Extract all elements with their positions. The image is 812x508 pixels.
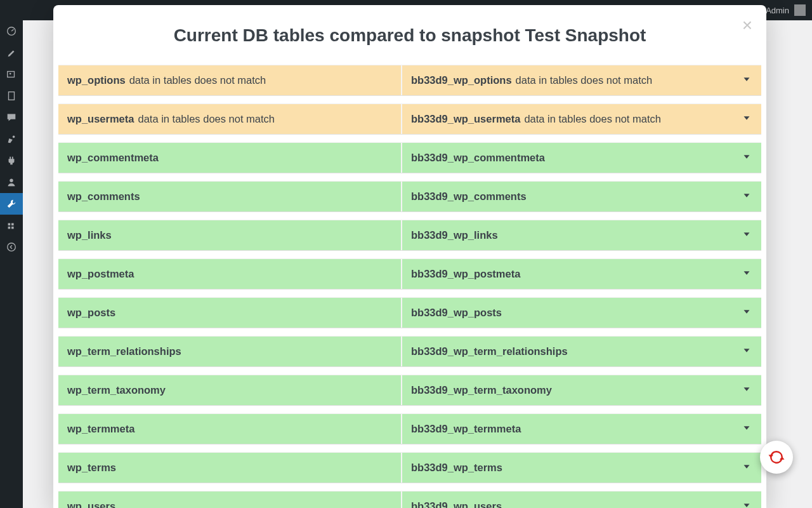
chevron-down-icon[interactable] — [741, 422, 752, 436]
sidebar-item-collapse[interactable] — [0, 236, 23, 258]
chevron-down-icon[interactable] — [741, 345, 752, 359]
compare-cell-snapshot: bb33d9_wp_options data in tables does no… — [402, 65, 761, 95]
svg-point-5 — [13, 136, 15, 138]
compare-cell-current: wp_term_taxonomy — [58, 375, 402, 405]
close-icon[interactable]: × — [742, 17, 752, 34]
compare-cell-current: wp_commentmeta — [58, 143, 402, 173]
sidebar-item-media[interactable] — [0, 64, 23, 85]
avatar[interactable] — [794, 4, 806, 16]
compare-cell-current: wp_terms — [58, 453, 402, 483]
compare-cell-snapshot: bb33d9_wp_usermeta data in tables does n… — [402, 104, 761, 134]
chevron-down-icon[interactable] — [741, 112, 752, 126]
sidebar-item-posts[interactable] — [0, 42, 23, 64]
compare-cell-snapshot: bb33d9_wp_users — [402, 491, 761, 508]
compare-cell-snapshot: bb33d9_wp_term_taxonomy — [402, 375, 761, 405]
compare-row[interactable]: wp_linksbb33d9_wp_links — [58, 220, 761, 251]
compare-cell-snapshot: bb33d9_wp_links — [402, 220, 761, 250]
compare-row[interactable]: wp_term_taxonomybb33d9_wp_term_taxonomy — [58, 375, 761, 406]
svg-point-6 — [10, 179, 13, 182]
chevron-down-icon[interactable] — [741, 74, 752, 88]
svg-point-11 — [8, 243, 16, 251]
compare-cell-current: wp_postmeta — [58, 259, 402, 289]
sidebar-item-comments[interactable] — [0, 107, 23, 128]
compare-row[interactable]: wp_usersbb33d9_wp_users — [58, 491, 761, 508]
chevron-down-icon[interactable] — [741, 267, 752, 281]
sidebar-item-tools[interactable] — [0, 193, 23, 215]
svg-rect-4 — [9, 92, 15, 100]
sidebar-item-users[interactable] — [0, 171, 23, 193]
sidebar-item-plugins[interactable] — [0, 150, 23, 171]
svg-rect-7 — [8, 223, 11, 225]
chevron-down-icon[interactable] — [741, 384, 752, 398]
compare-row[interactable]: wp_commentsbb33d9_wp_comments — [58, 181, 761, 212]
compare-cell-snapshot: bb33d9_wp_commentmeta — [402, 143, 761, 173]
compare-row[interactable]: wp_usermeta data in tables does not matc… — [58, 104, 761, 135]
chevron-down-icon[interactable] — [741, 306, 752, 320]
compare-cell-current: wp_term_relationships — [58, 337, 402, 366]
compare-row[interactable]: wp_commentmetabb33d9_wp_commentmeta — [58, 142, 761, 173]
compare-cell-snapshot: bb33d9_wp_terms — [402, 453, 761, 483]
compare-cell-snapshot: bb33d9_wp_postmeta — [402, 259, 761, 289]
svg-rect-9 — [8, 227, 11, 229]
compare-cell-current: wp_usermeta data in tables does not matc… — [58, 104, 402, 134]
sidebar-item-pages[interactable] — [0, 85, 23, 107]
chevron-down-icon[interactable] — [741, 151, 752, 165]
wp-admin-sidebar — [0, 20, 23, 508]
compare-row[interactable]: wp_term_relationshipsbb33d9_wp_term_rela… — [58, 336, 761, 367]
chevron-down-icon[interactable] — [741, 229, 752, 243]
compare-cell-current: wp_users — [58, 491, 402, 508]
chevron-down-icon[interactable] — [741, 461, 752, 475]
svg-rect-8 — [11, 223, 14, 225]
compare-cell-current: wp_options data in tables does not match — [58, 65, 402, 95]
compare-cell-snapshot: bb33d9_wp_term_relationships — [402, 337, 761, 366]
compare-cell-current: wp_posts — [58, 298, 402, 328]
sidebar-item-dashboard[interactable] — [0, 20, 23, 42]
snapshot-compare-modal: × Current DB tables compared to snapshot… — [53, 5, 766, 508]
compare-row[interactable]: wp_postmetabb33d9_wp_postmeta — [58, 258, 761, 290]
refresh-fab[interactable] — [760, 441, 793, 474]
user-label[interactable]: Admin — [766, 6, 789, 15]
compare-cell-current: wp_links — [58, 220, 402, 250]
compare-cell-current: wp_termmeta — [58, 414, 402, 444]
svg-point-3 — [10, 73, 11, 75]
svg-rect-10 — [11, 227, 14, 229]
compare-row[interactable]: wp_options data in tables does not match… — [58, 65, 761, 96]
chevron-down-icon[interactable] — [741, 190, 752, 204]
compare-cell-snapshot: bb33d9_wp_posts — [402, 298, 761, 328]
compare-cell-current: wp_comments — [58, 182, 402, 211]
modal-title: Current DB tables compared to snapshot T… — [53, 5, 766, 65]
sidebar-item-appearance[interactable] — [0, 128, 23, 150]
sidebar-item-settings[interactable] — [0, 215, 23, 236]
compare-row[interactable]: wp_termmetabb33d9_wp_termmeta — [58, 413, 761, 444]
compare-cell-snapshot: bb33d9_wp_comments — [402, 182, 761, 211]
compare-row[interactable]: wp_termsbb33d9_wp_terms — [58, 452, 761, 483]
chevron-down-icon[interactable] — [741, 500, 752, 509]
compare-table: wp_options data in tables does not match… — [53, 65, 766, 508]
compare-cell-snapshot: bb33d9_wp_termmeta — [402, 414, 761, 444]
compare-row[interactable]: wp_postsbb33d9_wp_posts — [58, 297, 761, 328]
